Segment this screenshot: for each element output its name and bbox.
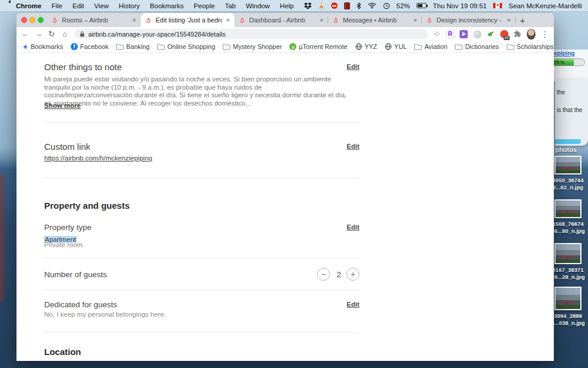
extension-send-icon[interactable] — [460, 29, 468, 39]
file-name-line1: 0167_38371 — [548, 267, 588, 274]
menu-window[interactable]: Window — [246, 2, 270, 9]
time-machine-icon[interactable] — [383, 2, 390, 9]
dictionary-icon[interactable] — [344, 2, 350, 9]
edit-custom-link[interactable]: Edit — [346, 143, 359, 150]
edit-dedicated-link[interactable]: Edit — [346, 301, 359, 308]
custom-link-url[interactable]: https://airbnb.com/h/mckenziepiping — [44, 155, 152, 162]
desktop-file-3[interactable]: 0167_3837129...28_n.jpg — [548, 243, 588, 280]
tab-messages[interactable]: Messages • Airbnb × — [328, 13, 422, 27]
bookmark-folder-aviation[interactable]: Aviation — [414, 43, 447, 50]
desktop-file-1[interactable]: 9950_367446...62_n.jpg — [548, 156, 588, 190]
bookmark-star-icon[interactable]: ☆ — [433, 29, 441, 38]
extension-globe-icon[interactable] — [473, 29, 481, 39]
utorrent-icon: µ — [289, 43, 296, 50]
bookmark-folder-dictionaries[interactable]: Dictionaries — [455, 43, 498, 50]
tab-title: Dashboard - Airbnb — [249, 17, 316, 24]
section-property-guests-title: Property and guests — [44, 201, 130, 211]
wallpaper-red-streaks — [0, 174, 6, 301]
photo-thumbnail[interactable] — [554, 287, 582, 310]
menu-view[interactable]: View — [94, 2, 109, 9]
status-red-icon[interactable] — [331, 2, 338, 9]
zoom-window-button[interactable] — [38, 17, 44, 23]
profile-avatar[interactable] — [527, 29, 536, 40]
bookmark-yul[interactable]: YUL — [385, 43, 407, 50]
address-bar[interactable]: airbnb.ca/manage-your-space/15549284/det… — [74, 29, 428, 39]
menu-bar: Chrome File Edit View History Bookmarks … — [0, 0, 588, 11]
bookmark-yyz[interactable]: YYZ — [355, 43, 377, 50]
bookmark-folder-scholarships[interactable]: Scholarships — [507, 43, 554, 50]
photo-thumbnail[interactable] — [554, 199, 582, 218]
tab-close-icon[interactable]: × — [413, 17, 418, 24]
tab-close-icon[interactable]: × — [132, 17, 137, 24]
back-icon[interactable]: ← — [21, 29, 29, 38]
bookmark-folder-mystery-shopper[interactable]: Mystery Shopper — [223, 43, 282, 50]
menu-people[interactable]: People — [194, 2, 215, 9]
lock-icon[interactable] — [80, 31, 85, 37]
home-icon[interactable]: ⌂ — [61, 29, 68, 38]
close-window-button[interactable] — [21, 17, 27, 23]
dedicated-for-guests-value: No, I keep my personal belongings here. — [44, 311, 166, 318]
menu-bar-clock[interactable]: Thu Nov 19 09:51 — [433, 2, 487, 9]
menu-bookmarks[interactable]: Bookmarks — [150, 2, 184, 9]
extension-bird-icon[interactable] — [487, 29, 494, 39]
tab-dashboard[interactable]: Dashboard - Airbnb × — [234, 13, 328, 27]
edit-other-things-link[interactable]: Edit — [346, 63, 359, 70]
dropbox-icon[interactable] — [304, 2, 312, 9]
menu-edit[interactable]: Edit — [72, 2, 84, 9]
guests-decrement-button[interactable]: − — [317, 268, 330, 281]
tab-close-icon[interactable]: × — [507, 17, 511, 24]
browser-menu-icon[interactable]: ⋮ — [541, 29, 549, 39]
other-things-body: Mi pareja puede estar visitando y/o pasa… — [44, 75, 348, 107]
logged-in-user[interactable]: Sean McKenzie-Mardelli — [508, 2, 582, 9]
folder-icon — [223, 44, 230, 50]
file-name-line1: 9950_36744 — [548, 177, 588, 184]
tab-design-inconsistency[interactable]: Design inconsistency - Select × — [422, 13, 516, 27]
battery-icon[interactable] — [417, 3, 427, 8]
new-tab-button[interactable]: + — [516, 13, 530, 27]
edit-property-type-link[interactable]: Edit — [346, 224, 359, 231]
vlc-icon[interactable] — [318, 2, 325, 9]
guests-increment-button[interactable]: + — [346, 268, 359, 281]
tab-close-icon[interactable]: × — [319, 17, 324, 24]
background-window-link[interactable]: nziepiping — [550, 50, 574, 57]
bluetooth-icon[interactable] — [356, 2, 361, 9]
star-icon: ★ — [22, 43, 28, 51]
show-more-link[interactable]: Show more — [44, 102, 81, 109]
reload-icon[interactable]: ↻ — [48, 29, 55, 38]
forward-icon[interactable]: → — [34, 29, 42, 38]
extension-adblock-icon[interactable]: 25 — [500, 29, 508, 39]
menu-tab[interactable]: Tab — [225, 2, 236, 9]
extensions-puzzle-icon[interactable] — [514, 29, 521, 39]
file-name-line1: 3894_2889 — [548, 313, 588, 320]
extension-r-icon[interactable]: R — [446, 29, 454, 39]
airbnb-favicon — [426, 17, 433, 24]
panel-text-line2: is that the — [557, 107, 582, 113]
bookmark-bookmarks[interactable]: ★Bookmarks — [22, 43, 63, 51]
progress-bar-label: 75 % — [554, 60, 564, 65]
canada-flag-icon[interactable] — [493, 3, 502, 8]
extension-badge: 25 — [504, 36, 510, 40]
tab-rooms[interactable]: Rooms – Airbnb × — [47, 13, 141, 27]
desktop-file-2[interactable]: 1568_7667436...80_n.jpg — [548, 199, 588, 234]
section-custom-link-title: Custom link — [44, 142, 90, 152]
airbnb-favicon — [332, 17, 339, 24]
tab-edit-listing[interactable]: Edit listing 'Just a bedroom (w × — [141, 13, 234, 27]
tab-close-icon[interactable]: × — [226, 17, 230, 24]
menu-app-name[interactable]: Chrome — [16, 2, 41, 9]
bookmark-facebook[interactable]: fFacebook — [71, 43, 108, 50]
photo-thumbnail[interactable] — [554, 156, 582, 175]
menu-history[interactable]: History — [119, 2, 140, 9]
menu-help[interactable]: Help — [280, 2, 294, 9]
desktop-file-4[interactable]: 3894_28894...038_n.jpg — [548, 287, 588, 326]
wifi-icon[interactable] — [368, 2, 376, 9]
menu-file[interactable]: File — [51, 2, 62, 9]
background-window-fragment[interactable]: nziepiping 75 % — [550, 50, 588, 81]
tab-title: Rooms – Airbnb — [62, 17, 128, 24]
panel-text-line1: the — [557, 89, 565, 96]
section-other-things-title: Other things to note — [44, 62, 122, 72]
minimize-window-button[interactable] — [29, 17, 35, 23]
photo-thumbnail[interactable] — [554, 243, 582, 264]
bookmark-utorrent[interactable]: µµTorrent Remote — [289, 43, 347, 50]
bookmark-folder-online-shopping[interactable]: Online Shopping — [157, 43, 215, 50]
bookmark-folder-banking[interactable]: Banking — [116, 43, 150, 50]
